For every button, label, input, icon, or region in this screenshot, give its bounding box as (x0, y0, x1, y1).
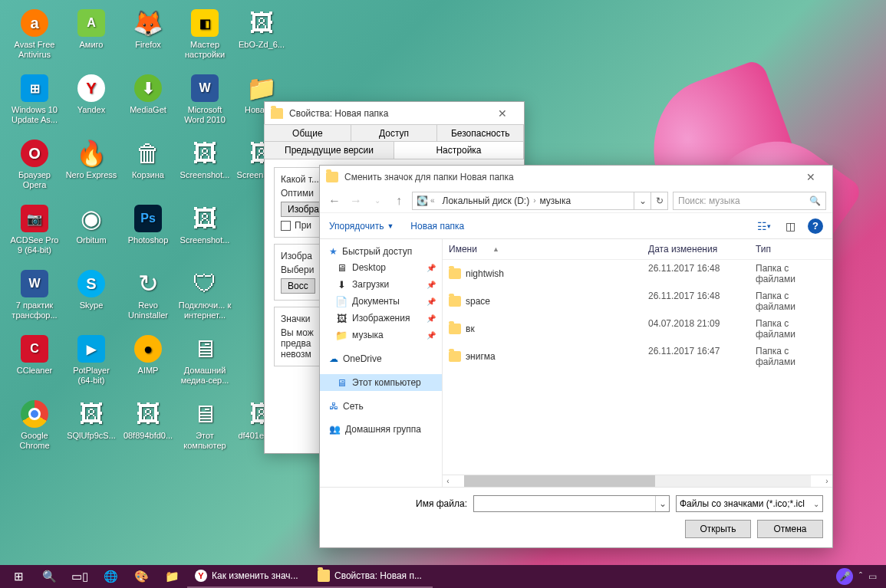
open-button[interactable]: Открыть (685, 520, 751, 538)
nav-quick-item[interactable]: 📁музыка📌 (320, 327, 442, 343)
desktop-shortcut[interactable]: AАмиго (63, 6, 120, 71)
start-button[interactable]: ⊞ (3, 565, 34, 588)
back-button[interactable]: ← (326, 192, 343, 209)
nav-quick-item[interactable]: ⬇Загрузки📌 (320, 276, 442, 293)
file-row[interactable]: вк04.07.2018 21:09Папка с файлами (443, 315, 832, 343)
desktop-shortcut[interactable]: 🖼Screenshot... (176, 136, 233, 202)
file-list[interactable]: nightwish26.11.2017 16:48Папка с файлами… (443, 260, 832, 475)
file-type-filter[interactable]: Файлы со значками (*.ico;*.icl⌄ (676, 495, 823, 512)
desktop-shortcut[interactable]: ↻Revo Uninstaller (120, 267, 176, 332)
desktop-shortcut[interactable]: 🖼Screenshot... (176, 202, 233, 267)
dialog-title: Сменить значок для папки Новая папка (344, 172, 514, 182)
restore-button[interactable]: Восс (281, 278, 315, 294)
desktop-shortcut[interactable]: ◧Мастер настройки (176, 6, 233, 71)
onedrive-item[interactable]: ☁OneDrive (320, 351, 442, 366)
desktop-shortcut[interactable]: 🖥Этот компьютер (176, 397, 233, 462)
date-column[interactable]: Дата изменения (642, 239, 749, 259)
new-folder-button[interactable]: Новая папка (410, 221, 464, 232)
forward-button[interactable]: → (347, 192, 364, 209)
address-bar[interactable]: 💽« Локальный диск (D:) › музыка ⌄ ↻ (412, 192, 668, 210)
action-center-icon[interactable]: ▭ (868, 571, 877, 582)
horizontal-scrollbar[interactable]: ‹› (443, 475, 832, 487)
this-pc-item[interactable]: 🖥Этот компьютер (320, 374, 442, 391)
icon-label: Windows 10 Update As... (8, 105, 61, 124)
file-row[interactable]: энигма26.11.2017 16:47Папка с файлами (443, 343, 832, 370)
apply-checkbox[interactable] (281, 221, 291, 231)
properties-tab[interactable]: Доступ (351, 124, 438, 142)
icon-label: Google Chrome (8, 431, 61, 450)
dialog-titlebar[interactable]: Сменить значок для папки Новая папка ✕ (320, 166, 832, 189)
name-column[interactable]: Имени (449, 244, 477, 255)
desktop-shortcut[interactable]: 🖼SQlUfp9cS... (63, 397, 120, 462)
properties-tab[interactable]: Настройка (394, 141, 524, 159)
address-dropdown[interactable]: ⌄ (634, 192, 651, 209)
view-menu[interactable]: ☷ ▾ (756, 218, 772, 235)
desktop-shortcut[interactable]: ⬇MediaGet (120, 71, 176, 136)
desktop-shortcut[interactable]: 🛡Подключи... к интернет... (176, 267, 233, 332)
close-icon[interactable]: ✕ (487, 105, 518, 122)
properties-tab[interactable]: Предыдущие версии (264, 141, 394, 159)
desktop-shortcut[interactable]: ▶PotPlayer (64-bit) (63, 332, 120, 397)
desktop-shortcut[interactable]: W7 практик трансфор... (6, 267, 63, 332)
close-icon[interactable]: ✕ (795, 169, 826, 186)
desktop-shortcut[interactable]: SSkype (63, 267, 120, 332)
pinned-app[interactable]: 🎨 (126, 565, 156, 588)
refresh-button[interactable]: ↻ (651, 192, 667, 209)
file-row[interactable]: space26.11.2017 16:48Папка с файлами (443, 287, 832, 315)
app-icon: ⬇ (133, 73, 163, 103)
taskbar-task-properties[interactable]: Свойства: Новая п... (310, 565, 433, 588)
desktop-shortcut[interactable]: PsPhotoshop (120, 202, 176, 267)
task-view-button[interactable]: ▭▯ (64, 565, 95, 588)
taskbar-task-browser[interactable]: Y Как изменить знач... (187, 565, 310, 588)
preview-pane-button[interactable]: ◫ (782, 218, 799, 235)
type-column[interactable]: Тип (749, 239, 832, 259)
search-button[interactable]: 🔍 (34, 565, 64, 588)
desktop-shortcut[interactable]: OБраузер Opera (6, 136, 63, 202)
desktop-shortcut[interactable]: ●AIMP (120, 332, 176, 397)
nav-quick-item[interactable]: 🖥Desktop📌 (320, 259, 442, 276)
desktop-shortcut[interactable]: ◉Orbitum (63, 202, 120, 267)
desktop-shortcut[interactable]: YYandex (63, 71, 120, 136)
chevron-down-icon[interactable]: ⌄ (655, 496, 669, 511)
tray-chevron-icon[interactable]: ˆ (859, 571, 862, 582)
desktop-shortcut[interactable]: ⊞Windows 10 Update As... (6, 71, 63, 136)
app-icon: A (76, 8, 107, 38)
up-button[interactable]: ↑ (390, 192, 407, 209)
properties-tabs: ОбщиеДоступБезопасностьПредыдущие версии… (265, 125, 524, 159)
desktop-shortcut[interactable]: 🖥Домашний медиа-сер... (176, 332, 233, 397)
desktop-shortcut[interactable]: 🔥Nero Express (63, 136, 120, 202)
search-input[interactable]: Поиск: музыка 🔍 (673, 192, 826, 210)
nav-item-icon: 📄 (335, 295, 347, 307)
desktop-shortcut[interactable]: 🖼EbO-Zd_6... (233, 6, 290, 71)
desktop-shortcut[interactable]: 🦊Firefox (120, 6, 176, 71)
homegroup-item[interactable]: 👥Домашняя группа (320, 422, 442, 437)
properties-tab[interactable]: Общие (264, 124, 351, 142)
nav-quick-item[interactable]: 🖼Изображения📌 (320, 310, 442, 327)
filename-input[interactable]: ⌄ (473, 495, 670, 512)
properties-tab[interactable]: Безопасность (436, 124, 524, 142)
cancel-button[interactable]: Отмена (757, 520, 823, 538)
nav-quick-item[interactable]: 📄Документы📌 (320, 293, 442, 310)
quick-access-group[interactable]: ★Быстрый доступ (320, 244, 442, 259)
file-row[interactable]: nightwish26.11.2017 16:48Папка с файлами (443, 260, 832, 287)
organize-menu[interactable]: Упорядочить▼ (329, 221, 394, 232)
recent-button[interactable]: ⌄ (369, 192, 386, 209)
network-item[interactable]: 🖧Сеть (320, 399, 442, 414)
desktop-shortcut[interactable]: CCCleaner (6, 332, 63, 397)
desktop-shortcut[interactable]: Google Chrome (6, 397, 63, 462)
help-icon[interactable]: ? (808, 218, 823, 234)
icon-label: Nero Express (66, 170, 117, 180)
desktop-shortcut[interactable]: WMicrosoft Word 2010 (176, 71, 233, 136)
icon-label: SQlUfp9cS... (67, 431, 116, 441)
desktop-shortcut[interactable]: 🗑Корзина (120, 136, 176, 202)
desktop-shortcut[interactable]: 🖼08f894bfd0... (120, 397, 176, 462)
system-tray[interactable]: ˆ ▭ (853, 571, 883, 582)
desktop-shortcut[interactable]: 📷ACDSee Pro 9 (64-bit) (6, 202, 63, 267)
column-headers[interactable]: Имени▲ Дата изменения Тип (443, 239, 832, 260)
voice-button[interactable]: 🎤 (836, 568, 853, 585)
pinned-app[interactable]: 🌐 (95, 565, 126, 588)
desktop-shortcut[interactable]: aAvast Free Antivirus (6, 6, 63, 71)
properties-titlebar[interactable]: Свойства: Новая папка ✕ (265, 102, 524, 125)
icon-label: MediaGet (130, 105, 166, 115)
pinned-app[interactable]: 📁 (156, 565, 187, 588)
